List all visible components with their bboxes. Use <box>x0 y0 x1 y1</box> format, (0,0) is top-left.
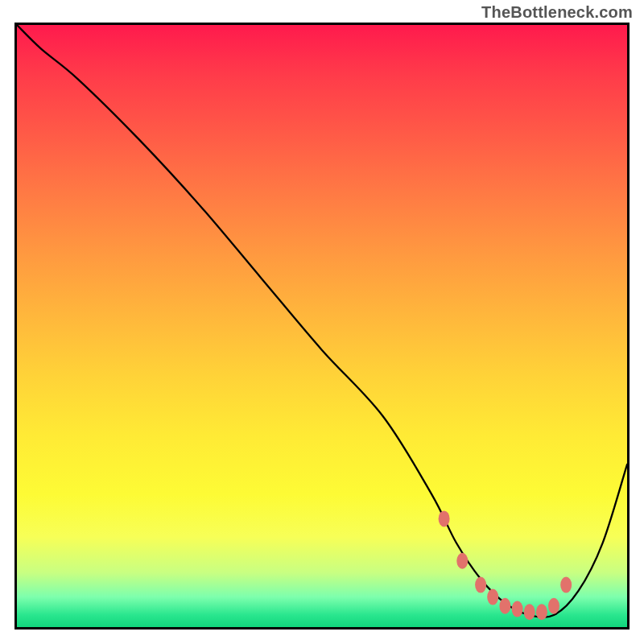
marker-dot <box>456 553 468 569</box>
plot-area <box>14 23 630 630</box>
marker-dot <box>548 598 559 614</box>
marker-dot <box>439 510 450 526</box>
bottleneck-curve <box>17 25 627 617</box>
marker-dot <box>487 589 498 605</box>
marker-dot <box>475 577 486 593</box>
marker-dot <box>524 604 535 620</box>
marker-dot <box>560 577 572 593</box>
chart-root: TheBottleneck.com <box>0 0 644 644</box>
marker-dot <box>512 601 523 617</box>
curve-layer <box>17 25 627 627</box>
marker-dot <box>536 604 547 620</box>
watermark-text: TheBottleneck.com <box>481 3 633 22</box>
marker-dot <box>499 598 510 614</box>
optimal-range-markers <box>439 510 572 620</box>
